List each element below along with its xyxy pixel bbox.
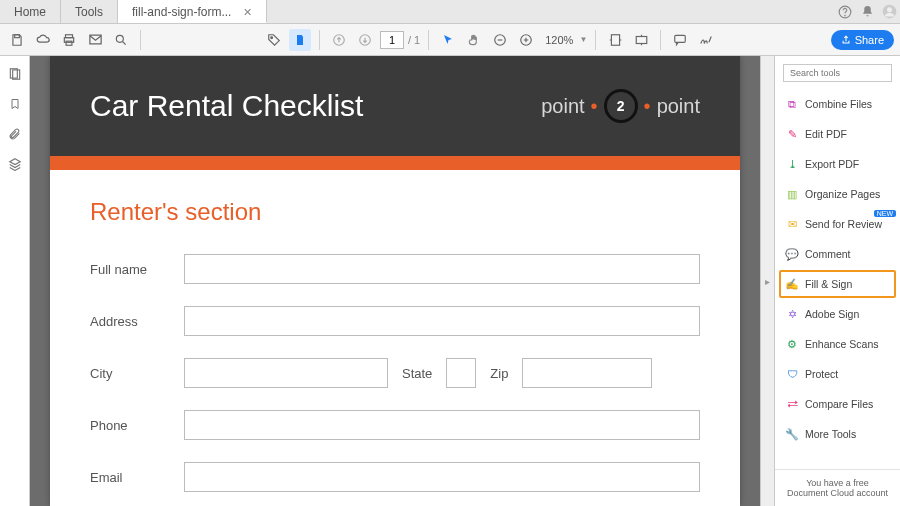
cloud-icon[interactable] [32, 29, 54, 51]
doc-title: Car Rental Checklist [90, 89, 363, 123]
toolbar: / 1 120% ▼ Share [0, 24, 900, 56]
page-icon[interactable] [289, 29, 311, 51]
svg-point-9 [116, 35, 123, 42]
svg-point-10 [271, 36, 273, 38]
search-icon[interactable] [110, 29, 132, 51]
input-zip[interactable] [522, 358, 652, 388]
layers-icon[interactable] [7, 156, 23, 172]
new-badge: NEW [874, 210, 896, 217]
combine-icon: ⧉ [785, 97, 799, 111]
input-fullname[interactable] [184, 254, 700, 284]
page-current-input[interactable] [380, 31, 404, 49]
fillsign-icon: ✍ [785, 277, 799, 291]
enhance-icon: ⚙ [785, 337, 799, 351]
tool-more-tools[interactable]: 🔧More Tools [779, 420, 896, 448]
print-icon[interactable] [58, 29, 80, 51]
share-button[interactable]: Share [831, 30, 894, 50]
input-phone[interactable] [184, 410, 700, 440]
save-icon[interactable] [6, 29, 28, 51]
tool-label: More Tools [805, 428, 856, 440]
account-icon[interactable] [878, 0, 900, 23]
orange-divider [50, 156, 740, 170]
tool-label: Edit PDF [805, 128, 847, 140]
zoom-selector[interactable]: 120% ▼ [541, 34, 587, 46]
tool-adobe-sign[interactable]: ✡Adobe Sign [779, 300, 896, 328]
pointer-icon[interactable] [437, 29, 459, 51]
tab-file-label: fill-and-sign-form... [132, 5, 231, 19]
tool-label: Protect [805, 368, 838, 380]
help-icon[interactable] [834, 0, 856, 23]
page-indicator: / 1 [380, 31, 420, 49]
tag-icon[interactable] [263, 29, 285, 51]
mail-icon[interactable] [84, 29, 106, 51]
svg-point-1 [845, 15, 846, 16]
share-label: Share [855, 34, 884, 46]
tool-label: Combine Files [805, 98, 872, 110]
bell-icon[interactable] [856, 0, 878, 23]
tool-comment[interactable]: 💬Comment [779, 240, 896, 268]
svg-rect-17 [675, 35, 686, 42]
comment-tool-icon: 💬 [785, 247, 799, 261]
adobesign-icon: ✡ [785, 307, 799, 321]
tool-label: Adobe Sign [805, 308, 859, 320]
input-city[interactable] [184, 358, 388, 388]
svg-point-3 [887, 7, 892, 12]
pdf-page: Car Rental Checklist point • 2 • point R… [50, 56, 740, 506]
input-email[interactable] [184, 462, 700, 492]
tab-bar: Home Tools fill-and-sign-form... ✕ [0, 0, 900, 24]
attachment-icon[interactable] [7, 126, 23, 142]
zoom-in-icon[interactable] [515, 29, 537, 51]
tool-fill-sign[interactable]: ✍Fill & Sign [779, 270, 896, 298]
tool-label: Export PDF [805, 158, 859, 170]
hand-icon[interactable] [463, 29, 485, 51]
account-footer: You have a free Document Cloud account [775, 469, 900, 506]
input-address[interactable] [184, 306, 700, 336]
svg-rect-15 [611, 34, 619, 45]
tab-file[interactable]: fill-and-sign-form... ✕ [118, 0, 267, 23]
tool-export-pdf[interactable]: ⤓Export PDF [779, 150, 896, 178]
tool-protect[interactable]: 🛡Protect [779, 360, 896, 388]
right-panel: ⧉Combine Files ✎Edit PDF ⤓Export PDF ▥Or… [774, 56, 900, 506]
tab-home[interactable]: Home [0, 0, 61, 23]
fit-page-icon[interactable] [630, 29, 652, 51]
label-state: State [402, 366, 432, 381]
label-phone: Phone [90, 418, 170, 433]
tool-enhance-scans[interactable]: ⚙Enhance Scans [779, 330, 896, 358]
tool-compare-files[interactable]: ⮂Compare Files [779, 390, 896, 418]
brand-right: point [657, 95, 700, 118]
input-state[interactable] [446, 358, 476, 388]
document-viewport[interactable]: Car Rental Checklist point • 2 • point R… [30, 56, 760, 506]
tool-combine-files[interactable]: ⧉Combine Files [779, 90, 896, 118]
collapse-right-panel[interactable]: ▸ [760, 56, 774, 506]
tab-tools[interactable]: Tools [61, 0, 118, 23]
svg-rect-4 [15, 34, 20, 37]
comment-icon[interactable] [669, 29, 691, 51]
chevron-down-icon: ▼ [579, 35, 587, 44]
svg-rect-16 [636, 36, 647, 43]
zoom-out-icon[interactable] [489, 29, 511, 51]
tool-label: Enhance Scans [805, 338, 879, 350]
left-rail [0, 56, 30, 506]
tool-edit-pdf[interactable]: ✎Edit PDF [779, 120, 896, 148]
compare-icon: ⮂ [785, 397, 799, 411]
label-zip: Zip [490, 366, 508, 381]
tool-organize-pages[interactable]: ▥Organize Pages [779, 180, 896, 208]
up-arrow-icon[interactable] [328, 29, 350, 51]
tool-label: Comment [805, 248, 851, 260]
brand-logo: point • 2 • point [541, 89, 700, 123]
down-arrow-icon[interactable] [354, 29, 376, 51]
sign-icon[interactable] [695, 29, 717, 51]
close-tab-icon[interactable]: ✕ [243, 6, 252, 18]
tool-label: Compare Files [805, 398, 873, 410]
label-email: Email [90, 470, 170, 485]
search-tools-input[interactable] [783, 64, 892, 82]
organize-icon: ▥ [785, 187, 799, 201]
tool-send-review[interactable]: ✉Send for ReviewNEW [779, 210, 896, 238]
fit-width-icon[interactable] [604, 29, 626, 51]
bookmark-icon[interactable] [7, 96, 23, 112]
thumbnails-icon[interactable] [7, 66, 23, 82]
label-city: City [90, 366, 170, 381]
page-total: / 1 [408, 34, 420, 46]
section-title: Renter's section [90, 198, 700, 226]
label-address: Address [90, 314, 170, 329]
